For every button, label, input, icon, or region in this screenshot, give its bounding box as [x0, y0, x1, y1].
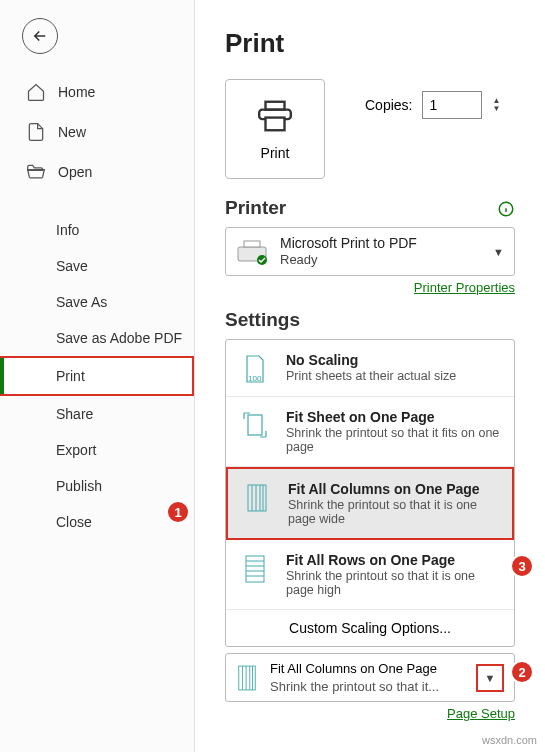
- scaling-dropdown[interactable]: Fit All Columns on One Page Shrink the p…: [225, 653, 515, 702]
- sidebar-item-label: Save As: [56, 294, 107, 310]
- option-desc: Shrink the printout so that it is one pa…: [286, 569, 500, 597]
- fit-page-icon: [242, 411, 268, 439]
- sidebar-item-label: Print: [56, 368, 85, 384]
- sidebar-item-publish[interactable]: Publish: [0, 468, 194, 504]
- home-icon: [26, 82, 46, 102]
- printer-device-icon: [236, 239, 268, 265]
- sidebar-item-label: Publish: [56, 478, 102, 494]
- printer-icon: [256, 97, 294, 135]
- annotation-badge-3: 3: [510, 554, 534, 578]
- sidebar-item-export[interactable]: Export: [0, 432, 194, 468]
- folder-open-icon: [26, 162, 46, 182]
- sidebar-item-label: Info: [56, 222, 79, 238]
- option-title: Fit All Rows on One Page: [286, 552, 500, 568]
- page-100-icon: 100: [243, 354, 267, 384]
- printer-status: Ready: [280, 252, 481, 269]
- scaling-dropdown-toggle[interactable]: ▼: [476, 664, 504, 692]
- sidebar-item-label: Save: [56, 258, 88, 274]
- document-icon: [26, 122, 46, 142]
- info-icon[interactable]: [497, 200, 515, 222]
- option-title: Fit All Columns on One Page: [288, 481, 498, 497]
- sidebar-item-label: Export: [56, 442, 96, 458]
- fit-rows-icon: [243, 554, 267, 584]
- back-button[interactable]: [22, 18, 58, 54]
- svg-rect-4: [244, 241, 260, 247]
- sidebar-item-label: New: [58, 124, 86, 140]
- option-fit-rows[interactable]: Fit All Rows on One Page Shrink the prin…: [226, 540, 514, 610]
- option-desc: Print sheets at their actual size: [286, 369, 500, 383]
- page-title: Print: [225, 28, 515, 59]
- sidebar-item-label: Open: [58, 164, 92, 180]
- option-desc: Shrink the printout so that it is one pa…: [288, 498, 498, 526]
- annotation-badge-1: 1: [166, 500, 190, 524]
- chevron-down-icon: ▼: [485, 672, 496, 684]
- fit-columns-icon: [236, 664, 258, 692]
- svg-text:100: 100: [248, 374, 262, 383]
- copies-label: Copies:: [365, 97, 412, 113]
- svg-rect-9: [246, 556, 264, 582]
- copies-input[interactable]: [422, 91, 482, 119]
- fit-columns-icon: [245, 483, 269, 513]
- current-scaling-desc: Shrink the printout so that it...: [270, 678, 464, 696]
- option-desc: Shrink the printout so that it fits on o…: [286, 426, 500, 454]
- printer-dropdown[interactable]: Microsoft Print to PDF Ready ▼: [225, 227, 515, 276]
- sidebar-item-open[interactable]: Open: [0, 152, 194, 192]
- option-title: Fit Sheet on One Page: [286, 409, 500, 425]
- sidebar-item-close[interactable]: Close: [0, 504, 194, 540]
- sidebar-item-save[interactable]: Save: [0, 248, 194, 284]
- option-no-scaling[interactable]: 100 No Scaling Print sheets at their act…: [226, 340, 514, 397]
- sidebar-item-label: Save as Adobe PDF: [56, 330, 182, 346]
- svg-rect-7: [248, 415, 262, 435]
- sidebar-item-new[interactable]: New: [0, 112, 194, 152]
- printer-name: Microsoft Print to PDF: [280, 234, 481, 252]
- sidebar-item-saveas[interactable]: Save As: [0, 284, 194, 320]
- page-setup-link[interactable]: Page Setup: [225, 706, 515, 721]
- sidebar-item-home[interactable]: Home: [0, 72, 194, 112]
- sidebar-item-label: Share: [56, 406, 93, 422]
- current-scaling-title: Fit All Columns on One Page: [270, 660, 464, 678]
- print-button[interactable]: Print: [225, 79, 325, 179]
- sidebar-item-label: Close: [56, 514, 92, 530]
- settings-heading: Settings: [225, 309, 515, 331]
- scaling-options-panel: 100 No Scaling Print sheets at their act…: [225, 339, 515, 647]
- sidebar-item-save-adobe[interactable]: Save as Adobe PDF: [0, 320, 194, 356]
- chevron-down-icon: ▼: [493, 246, 504, 258]
- svg-rect-0: [266, 102, 285, 110]
- annotation-badge-2: 2: [510, 660, 534, 684]
- custom-scaling-options[interactable]: Custom Scaling Options...: [226, 610, 514, 646]
- svg-rect-1: [266, 118, 285, 131]
- sidebar-item-print[interactable]: Print: [0, 356, 194, 396]
- printer-heading: Printer: [225, 197, 515, 219]
- sidebar-item-info[interactable]: Info: [0, 212, 194, 248]
- option-title: No Scaling: [286, 352, 500, 368]
- watermark: wsxdn.com: [482, 734, 537, 746]
- option-fit-columns[interactable]: Fit All Columns on One Page Shrink the p…: [226, 467, 514, 540]
- option-fit-sheet[interactable]: Fit Sheet on One Page Shrink the printou…: [226, 397, 514, 467]
- sidebar-item-share[interactable]: Share: [0, 396, 194, 432]
- sidebar-item-label: Home: [58, 84, 95, 100]
- print-button-label: Print: [261, 145, 290, 161]
- copies-down[interactable]: ▼: [492, 105, 500, 113]
- printer-properties-link[interactable]: Printer Properties: [225, 280, 515, 295]
